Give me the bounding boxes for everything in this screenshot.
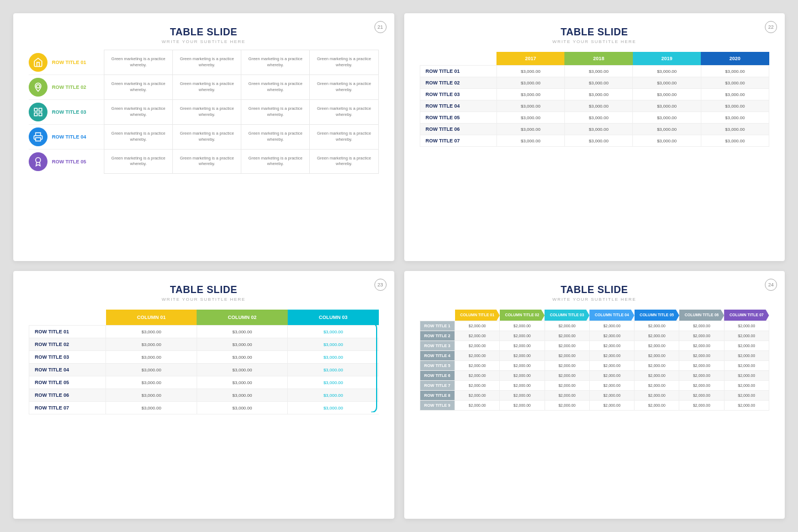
slide2-cell: $3,000.00	[701, 100, 769, 112]
slide3-cell: $3,000.00	[106, 364, 197, 376]
row-icon	[29, 103, 47, 121]
cell-text: Green marketing is a practice whereby.	[317, 106, 371, 117]
slide4-cell: $2,000.00	[589, 401, 634, 411]
slide4-cell: $2,000.00	[724, 341, 769, 351]
slide3-table: COLUMN 01COLUMN 02COLUMN 03 ROW TITLE 01…	[29, 310, 379, 414]
slide2-cell: $3,000.00	[496, 135, 564, 147]
slide3-cell: $3,000.00	[197, 376, 288, 389]
slide3-data-row: ROW TITLE 06$3,000.00$3,000.00$3,000.00	[29, 389, 379, 402]
slide1-cell: Green marketing is a practice whereby.	[241, 149, 310, 174]
slide1-cell: Green marketing is a practice whereby.	[104, 99, 173, 124]
cell-text: Green marketing is a practice whereby.	[317, 56, 371, 67]
slide1-cell: Green marketing is a practice whereby.	[173, 75, 241, 99]
slide4-cell: $2,000.00	[589, 361, 634, 371]
cell-text: Green marketing is a practice whereby.	[249, 131, 303, 142]
slide-2: 22 TABLE SLIDE WRITE YOUR SUBTITLE HERE …	[404, 13, 785, 261]
slide4-cell: $2,000.00	[635, 351, 679, 361]
slide3-data-row: ROW TITLE 03$3,000.00$3,000.00$3,000.00	[29, 351, 379, 364]
slide4-cell: $2,000.00	[545, 401, 589, 411]
slide4-data-row: ROW TITLE 3$2,000.00$2,000.00$2,000.00$2…	[420, 341, 769, 351]
svg-rect-1	[34, 108, 37, 111]
slide2-data-row: ROW TITLE 02$3,000.00$3,000.00$3,000.00$…	[420, 77, 769, 89]
slide3-cell: $3,000.00	[288, 351, 379, 364]
slide3-row-label: ROW TITLE 02	[29, 338, 106, 351]
cell-text: Green marketing is a practice whereby.	[180, 131, 234, 142]
slide4-cell: $2,000.00	[679, 391, 724, 401]
slide1-cell: Green marketing is a practice whereby.	[173, 124, 241, 149]
slide1-cell: Green marketing is a practice whereby.	[173, 99, 241, 124]
slide3-cell: $3,000.00	[106, 338, 197, 351]
slide2-cell: $3,000.00	[701, 112, 769, 124]
cell-text: Green marketing is a practice whereby.	[180, 106, 234, 117]
cell-text: Green marketing is a practice whereby.	[249, 106, 303, 117]
slide1-cell: Green marketing is a practice whereby.	[310, 50, 378, 75]
slide4-cell: $2,000.00	[679, 351, 724, 361]
slide4-cell: $2,000.00	[724, 391, 769, 401]
slide3-row-label: ROW TITLE 06	[29, 389, 106, 402]
slide2-row-label: ROW TITLE 02	[420, 77, 496, 89]
slide1-cell: Green marketing is a practice whereby.	[241, 75, 310, 99]
slide4-cell: $2,000.00	[679, 341, 724, 351]
slide4-cell: $2,000.00	[545, 361, 589, 371]
slide-badge-1: 21	[374, 21, 387, 33]
slide4-cell: $2,000.00	[589, 321, 634, 331]
slide1-cell: Green marketing is a practice whereby.	[104, 50, 173, 75]
slide3-row-label: ROW TITLE 04	[29, 364, 106, 376]
slide4-cell: $2,000.00	[724, 381, 769, 391]
slide4-cell: $2,000.00	[724, 371, 769, 381]
slide1-cell: Green marketing is a practice whereby.	[310, 75, 378, 99]
slide3-header-0	[29, 310, 106, 326]
cell-text: Green marketing is a practice whereby.	[317, 131, 371, 142]
slide4-cell: $2,000.00	[679, 381, 724, 391]
slide4-cell: $2,000.00	[724, 351, 769, 361]
slide4-cell: $2,000.00	[589, 341, 634, 351]
slide4-row-label: ROW TITLE 7	[420, 381, 455, 391]
slide2-cell: $3,000.00	[633, 112, 701, 124]
slide4-cell: $2,000.00	[635, 381, 679, 391]
slide3-cell: $3,000.00	[197, 326, 288, 338]
slide4-header-5: COLUMN TITLE 05	[635, 310, 679, 321]
slide4-data-row: ROW TITLE 4$2,000.00$2,000.00$2,000.00$2…	[420, 351, 769, 361]
row-title-text: ROW TITLE 04	[52, 134, 86, 140]
slide4-cell: $2,000.00	[500, 321, 545, 331]
slide-subtitle-4: WRITE YOUR SUBTITLE HERE	[552, 297, 636, 302]
slide4-cell: $2,000.00	[679, 371, 724, 381]
slide4-data-row: ROW TITLE 7$2,000.00$2,000.00$2,000.00$2…	[420, 381, 769, 391]
slide1-cell: Green marketing is a practice whereby.	[241, 99, 310, 124]
cell-text: Green marketing is a practice whereby.	[112, 156, 166, 167]
slide4-cell: $2,000.00	[455, 371, 500, 381]
slide4-row-label: ROW TITLE 5	[420, 361, 455, 371]
slide2-cell: $3,000.00	[564, 77, 632, 89]
slide1-row-title-cell: ROW TITLE 04	[29, 124, 104, 149]
slide4-data-row: ROW TITLE 9$2,000.00$2,000.00$2,000.00$2…	[420, 401, 769, 411]
cell-text: Green marketing is a practice whereby.	[180, 156, 234, 167]
slide4-header-4: COLUMN TITLE 04	[589, 310, 634, 321]
slide4-data-row: ROW TITLE 8$2,000.00$2,000.00$2,000.00$2…	[420, 391, 769, 401]
slide4-cell: $2,000.00	[589, 381, 634, 391]
slide3-row-label: ROW TITLE 05	[29, 376, 106, 389]
slide3-row-label: ROW TITLE 01	[29, 326, 106, 338]
slide3-cell: $3,000.00	[288, 376, 379, 389]
slide4-data-row: ROW TITLE 1$2,000.00$2,000.00$2,000.00$2…	[420, 321, 769, 331]
slide4-row-label: ROW TITLE 3	[420, 341, 455, 351]
slide4-cell: $2,000.00	[500, 391, 545, 401]
slide2-row-label: ROW TITLE 05	[420, 112, 496, 124]
slide4-cell: $2,000.00	[455, 331, 500, 341]
slide4-data-row: ROW TITLE 2$2,000.00$2,000.00$2,000.00$2…	[420, 331, 769, 341]
slide2-row-label: ROW TITLE 06	[420, 124, 496, 135]
slide-1: 21 TABLE SLIDE WRITE YOUR SUBTITLE HERE …	[13, 13, 394, 261]
slide4-cell: $2,000.00	[635, 391, 679, 401]
slide4-cell: $2,000.00	[500, 371, 545, 381]
slide3-header-3: COLUMN 03	[288, 310, 379, 326]
slide4-header-7: COLUMN TITLE 07	[724, 310, 769, 321]
slide4-cell: $2,000.00	[455, 361, 500, 371]
slide4-cell: $2,000.00	[679, 331, 724, 341]
slide-subtitle-2: WRITE YOUR SUBTITLE HERE	[552, 39, 636, 44]
slide4-cell: $2,000.00	[679, 401, 724, 411]
slide4-header-0	[420, 310, 455, 321]
slide2-cell: $3,000.00	[564, 135, 632, 147]
slide4-table: COLUMN TITLE 01COLUMN TITLE 02COLUMN TIT…	[420, 310, 770, 411]
slide4-cell: $2,000.00	[455, 401, 500, 411]
slide3-header-1: COLUMN 01	[106, 310, 197, 326]
slide3-cell: $3,000.00	[106, 326, 197, 338]
